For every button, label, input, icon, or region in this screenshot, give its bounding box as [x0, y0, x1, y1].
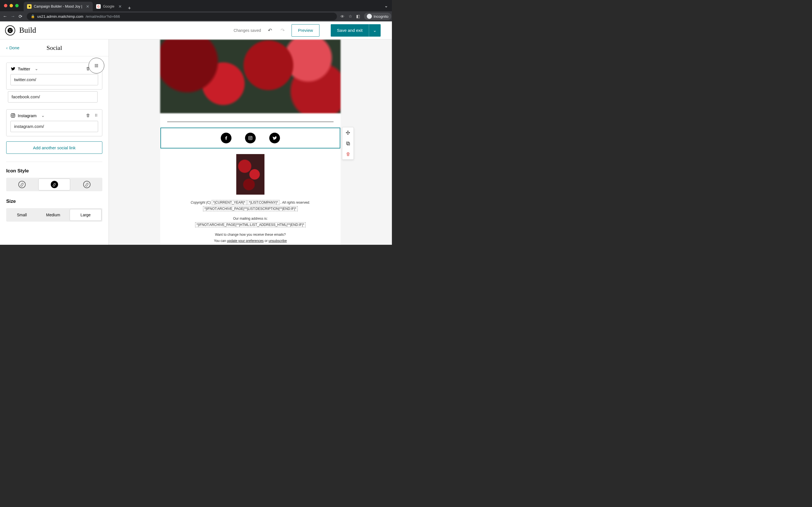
email-canvas[interactable]: Copyright (C) *|CURRENT_YEAR|* *|LIST:CO… — [109, 40, 392, 245]
update-preferences-link[interactable]: update your preferences — [227, 239, 264, 243]
chevron-left-icon: ‹ — [6, 45, 8, 50]
preview-button[interactable]: Preview — [292, 24, 319, 37]
chevron-down-icon: ⌄ — [41, 113, 45, 118]
bookmark-star-icon[interactable]: ☆ — [349, 14, 352, 19]
trash-icon — [86, 113, 90, 118]
save-dropdown-button[interactable]: ⌄ — [369, 24, 380, 37]
browser-tab-active[interactable]: ✶ Campaign Builder - Mood Joy | ✕ — [24, 2, 93, 11]
social-card-twitter: Twitter ⌄ — [6, 62, 102, 90]
instagram-icon — [10, 113, 15, 118]
done-button[interactable]: ‹ Done — [6, 45, 19, 50]
svg-point-21 — [95, 114, 96, 115]
extensions-icon[interactable]: ◧ — [356, 14, 360, 19]
save-button-group: Save and exit ⌄ — [324, 24, 387, 37]
window-titlebar: ✶ Campaign Builder - Mood Joy | ✕ G Goog… — [0, 0, 392, 11]
profile-label: Incognito — [373, 14, 389, 18]
url-field[interactable]: 🔒 us21.admin.mailchimp.com/email/editor?… — [27, 13, 337, 20]
social-icon-instagram[interactable] — [245, 133, 256, 144]
svg-point-0 — [8, 27, 13, 33]
tab-title: Google — [103, 4, 114, 8]
svg-point-16 — [96, 66, 97, 67]
preview-label: Preview — [298, 28, 313, 33]
drag-handle[interactable] — [94, 113, 98, 118]
trash-icon — [346, 152, 350, 157]
add-social-link-button[interactable]: Add another social link — [6, 142, 102, 154]
size-medium-label: Medium — [46, 213, 60, 217]
tab-close-icon[interactable]: ✕ — [86, 4, 89, 9]
icon-style-option-filled[interactable] — [38, 179, 70, 190]
platform-selector[interactable]: Twitter ⌄ — [10, 66, 38, 71]
close-window-button[interactable] — [4, 4, 7, 7]
svg-point-25 — [95, 116, 96, 117]
unsubscribe-link[interactable]: unsubscribe — [268, 239, 287, 243]
platform-selector[interactable]: Instagram ⌄ — [10, 113, 45, 118]
eye-off-icon[interactable]: 👁 — [340, 14, 345, 19]
browser-tab[interactable]: G Google ✕ — [93, 2, 125, 11]
footer-text-block[interactable]: Copyright (C) *|CURRENT_YEAR|* *|LIST:CO… — [191, 200, 310, 244]
svg-point-20 — [14, 114, 14, 115]
undo-button[interactable]: ↶ — [266, 27, 274, 34]
save-and-exit-button[interactable]: Save and exit — [331, 24, 369, 37]
twitter-icon — [10, 66, 15, 71]
svg-point-19 — [12, 115, 14, 116]
forward-button[interactable]: → — [11, 14, 15, 19]
social-follow-block[interactable] — [160, 128, 340, 149]
divider-block[interactable] — [167, 122, 334, 122]
size-option-medium[interactable]: Medium — [38, 208, 69, 222]
favicon-mailchimp: ✶ — [27, 4, 32, 9]
new-tab-button[interactable]: + — [125, 5, 134, 11]
mailing-address-label: Our mailing address is: — [191, 216, 310, 222]
browser-tabs: ✶ Campaign Builder - Mood Joy | ✕ G Goog… — [24, 0, 134, 11]
minimize-window-button[interactable] — [10, 4, 13, 7]
social-url-input[interactable] — [10, 74, 98, 86]
tab-close-icon[interactable]: ✕ — [118, 4, 122, 9]
drag-dots-icon — [94, 113, 98, 117]
reload-button[interactable]: ⟳ — [18, 14, 22, 19]
copyright-prefix: Copyright (C) — [191, 201, 212, 205]
social-url-input-facebook[interactable] — [8, 91, 98, 103]
icon-style-option-circle[interactable] — [71, 178, 102, 191]
social-icon-facebook[interactable] — [221, 133, 232, 144]
svg-rect-18 — [11, 114, 15, 117]
app-header: Build Changes saved ↶ ↷ Preview Save and… — [0, 21, 392, 40]
svg-point-22 — [96, 114, 97, 115]
svg-point-26 — [96, 116, 97, 117]
update-pref-label: update your preferences — [227, 239, 264, 243]
duplicate-block-button[interactable] — [342, 138, 354, 149]
svg-point-13 — [96, 65, 97, 66]
duplicate-icon — [346, 141, 350, 146]
mailchimp-logo[interactable] — [5, 25, 15, 36]
social-icon-twitter[interactable] — [269, 133, 280, 144]
copyright-suffix: . All rights reserved. — [280, 201, 310, 205]
block-toolbar — [342, 127, 354, 160]
social-url-input[interactable] — [10, 121, 98, 132]
merge-tag-year: *|CURRENT_YEAR|* — [212, 200, 247, 205]
footer-image[interactable] — [236, 154, 264, 194]
monkey-icon — [7, 27, 13, 34]
page-title: Build — [19, 26, 36, 35]
redo-button[interactable]: ↷ — [279, 27, 287, 34]
window-caret-icon[interactable]: ⌄ — [384, 3, 392, 8]
profile-chip[interactable]: Incognito — [364, 13, 391, 20]
platform-label: Twitter — [18, 66, 30, 71]
hero-image[interactable] — [160, 40, 341, 113]
sidebar-header: ‹ Done Social — [0, 40, 109, 56]
move-block-button[interactable] — [342, 127, 354, 138]
delete-card-button[interactable] — [86, 113, 90, 118]
traffic-lights — [4, 4, 18, 7]
delete-block-button[interactable] — [342, 149, 354, 159]
icon-style-option-outline[interactable] — [6, 178, 38, 191]
svg-rect-31 — [347, 143, 350, 145]
panel-body: Twitter ⌄ — [0, 56, 109, 233]
fullscreen-window-button[interactable] — [15, 4, 18, 7]
size-option-small[interactable]: Small — [6, 208, 38, 222]
drag-cursor-indicator[interactable] — [89, 58, 104, 73]
incognito-icon — [367, 14, 372, 19]
social-card-instagram: Instagram ⌄ — [6, 109, 102, 136]
grab-icon — [94, 63, 99, 68]
link-filled-icon — [51, 181, 58, 188]
svg-point-29 — [251, 136, 252, 137]
instagram-icon — [248, 135, 253, 140]
size-option-large[interactable]: Large — [70, 209, 101, 221]
back-button[interactable]: ← — [3, 14, 7, 19]
